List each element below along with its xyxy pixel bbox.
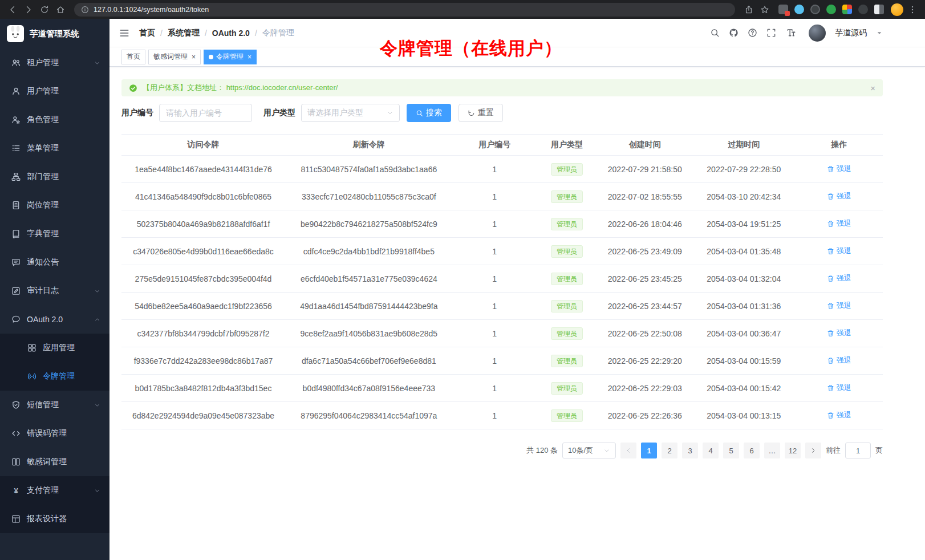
pager-page-4[interactable]: 4 xyxy=(703,443,719,458)
tab-token[interactable]: 令牌管理× xyxy=(204,50,257,64)
cell-actions: 强退 xyxy=(795,210,883,238)
caret-down-icon[interactable] xyxy=(876,30,883,36)
pager-page-6[interactable]: 6 xyxy=(744,443,760,458)
sidebar-item-oauth2-token[interactable]: 令牌管理 xyxy=(0,362,109,391)
cell-actions: 强退 xyxy=(795,375,883,402)
page-size-value: 10条/页 xyxy=(568,445,593,456)
force-logout-button[interactable]: 强退 xyxy=(827,164,851,174)
force-logout-button[interactable]: 强退 xyxy=(827,191,851,201)
force-logout-button[interactable]: 强退 xyxy=(827,273,851,283)
pager-page-3[interactable]: 3 xyxy=(682,443,698,458)
force-logout-button[interactable]: 强退 xyxy=(827,355,851,366)
extension-icon[interactable] xyxy=(810,5,820,14)
sidebar-item-audit-log[interactable]: 审计日志 xyxy=(0,277,109,305)
font-size-icon[interactable] xyxy=(785,28,797,38)
force-logout-label: 强退 xyxy=(837,410,851,420)
sidebar-item-tenant[interactable]: 租户管理 xyxy=(0,48,109,77)
sidebar-item-user[interactable]: 用户管理 xyxy=(0,77,109,105)
tab-sensitive-word[interactable]: 敏感词管理× xyxy=(148,50,201,64)
extension-icon[interactable] xyxy=(794,5,804,14)
url-bar[interactable]: 127.0.0.1:1024/system/oauth2/token xyxy=(74,3,735,17)
tab-close-icon[interactable]: × xyxy=(248,54,251,60)
search-icon[interactable] xyxy=(710,28,720,38)
navbar-tools: 芋道源码 xyxy=(710,25,883,42)
help-icon[interactable] xyxy=(748,28,757,38)
pager-ellipsis[interactable]: … xyxy=(764,443,780,458)
url-text: 127.0.0.1:1024/system/oauth2/token xyxy=(94,6,209,14)
page-info-icon[interactable] xyxy=(81,6,89,14)
extension-icon[interactable] xyxy=(874,5,884,14)
browser-back-icon[interactable] xyxy=(6,3,19,17)
browser-profile-avatar[interactable] xyxy=(891,3,903,16)
cell-user-type: 管理员 xyxy=(537,238,598,265)
sidebar-item-post[interactable]: 岗位管理 xyxy=(0,191,109,220)
bookmark-star-icon[interactable] xyxy=(758,3,772,17)
reset-button[interactable]: 重置 xyxy=(459,104,503,122)
pager-page-5[interactable]: 5 xyxy=(723,443,739,458)
cell-actions: 强退 xyxy=(795,293,883,320)
pager-page-2[interactable]: 2 xyxy=(662,443,677,458)
chevron-down-icon xyxy=(94,288,100,294)
user-name[interactable]: 芋道源码 xyxy=(835,28,867,38)
pager-next-button[interactable] xyxy=(805,443,821,458)
pager-prev-button[interactable] xyxy=(620,443,636,458)
doc-link[interactable]: https://doc.iocoder.cn/user-center/ xyxy=(226,83,338,92)
user-avatar[interactable] xyxy=(809,25,826,42)
logo-rabbit-avatar xyxy=(7,25,24,42)
sidebar-item-menu[interactable]: 菜单管理 xyxy=(0,134,109,163)
extension-puzzle-icon[interactable] xyxy=(842,5,852,14)
extension-icon[interactable] xyxy=(858,5,868,14)
extension-icon[interactable] xyxy=(778,5,788,14)
goto-page-input[interactable] xyxy=(845,443,871,458)
sidebar-item-sms[interactable]: 短信管理 xyxy=(0,391,109,419)
breadcrumb-item[interactable]: 系统管理 xyxy=(168,28,200,38)
page-size-select[interactable]: 10条/页 xyxy=(562,443,616,458)
sidebar-item-notice[interactable]: 通知公告 xyxy=(0,248,109,277)
extension-icon[interactable] xyxy=(826,5,836,14)
cell-refresh-token: be90422b8c7946218275a508bf524fc9 xyxy=(285,210,453,238)
force-logout-button[interactable]: 强退 xyxy=(827,301,851,311)
sidebar-item-report[interactable]: 报表设计器 xyxy=(0,505,109,533)
breadcrumb-separator: / xyxy=(205,29,207,38)
pager-page-1[interactable]: 1 xyxy=(641,443,657,458)
force-logout-button[interactable]: 强退 xyxy=(827,383,851,393)
app-logo[interactable]: 芋道管理系统 xyxy=(0,19,109,48)
table-row: c342377bf8b344799dcbf7bf095287f29ce8ef2a… xyxy=(121,320,883,347)
browser-forward-icon[interactable] xyxy=(22,3,35,17)
search-button[interactable]: 搜索 xyxy=(407,104,451,122)
sidebar-item-oauth2[interactable]: OAuth 2.0 xyxy=(0,305,109,334)
force-logout-button[interactable]: 强退 xyxy=(827,328,851,338)
browser-reload-icon[interactable] xyxy=(38,3,51,17)
role-icon xyxy=(11,115,21,124)
cell-expire-time: 2054-03-10 20:42:34 xyxy=(692,183,795,210)
sidebar-item-dict[interactable]: 字典管理 xyxy=(0,220,109,248)
sidebar-item-oauth2-app[interactable]: 应用管理 xyxy=(0,334,109,362)
browser-home-icon[interactable] xyxy=(54,3,67,17)
github-icon[interactable] xyxy=(729,28,739,38)
user-type-select[interactable]: 请选择用户类型 xyxy=(301,104,400,122)
fullscreen-icon[interactable] xyxy=(766,28,776,38)
breadcrumb-item[interactable]: OAuth 2.0 xyxy=(212,29,250,38)
tab-home[interactable]: 首页 xyxy=(121,50,145,64)
sidebar-item-role[interactable]: 角色管理 xyxy=(0,105,109,134)
force-logout-button[interactable]: 强退 xyxy=(827,246,851,256)
sidebar-item-pay[interactable]: ¥支付管理 xyxy=(0,476,109,505)
audit-log-icon xyxy=(11,286,21,295)
user-id-input[interactable] xyxy=(159,104,252,122)
sidebar-item-sensitive-word[interactable]: 敏感词管理 xyxy=(0,448,109,476)
pager-page-12[interactable]: 12 xyxy=(785,443,801,458)
force-logout-button[interactable]: 强退 xyxy=(827,218,851,229)
sidebar-item-error-code[interactable]: 错误码管理 xyxy=(0,419,109,448)
user-type-badge: 管理员 xyxy=(551,218,583,230)
user-type-label: 用户类型 xyxy=(263,108,295,118)
sidebar-item-dept[interactable]: 部门管理 xyxy=(0,163,109,191)
cell-refresh-token: 8796295f04064c2983414cc54af1097a xyxy=(285,402,453,429)
alert-close-icon[interactable]: × xyxy=(870,84,875,92)
tab-close-icon[interactable]: × xyxy=(192,54,196,60)
share-icon[interactable] xyxy=(742,3,756,17)
browser-menu-icon[interactable] xyxy=(906,3,919,17)
breadcrumb-item[interactable]: 首页 xyxy=(139,28,155,38)
force-logout-button[interactable]: 强退 xyxy=(827,410,851,420)
hamburger-icon[interactable] xyxy=(119,28,129,38)
chevron-down-icon xyxy=(387,109,393,116)
